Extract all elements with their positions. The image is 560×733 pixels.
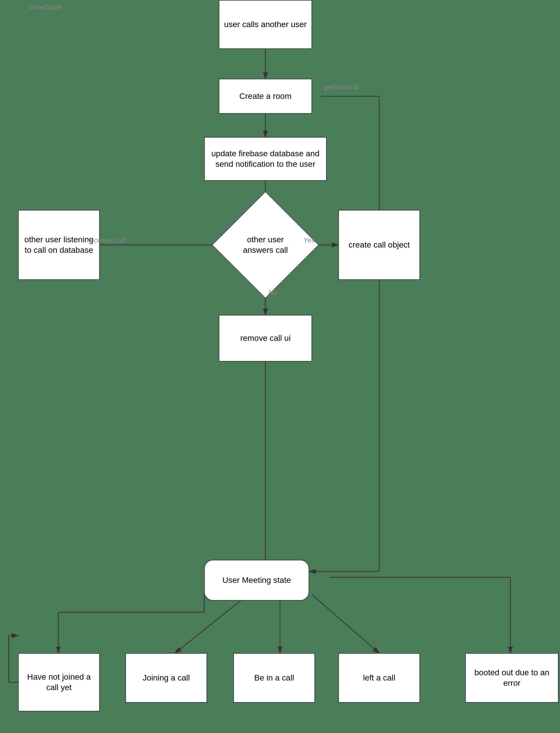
other-user-listening-box: other user listening to call on database [18, 210, 100, 280]
be-in-a-call-box: Be in a call [233, 653, 315, 703]
user-meeting-state-box: User Meeting state [204, 560, 309, 601]
user-calls-box: user calls another user [219, 0, 312, 49]
joining-a-call-box: Joining a call [125, 653, 207, 703]
create-call-object-box: create call object [338, 210, 420, 280]
yes-label: Yes [303, 236, 315, 244]
left-a-call-box: left a call [338, 653, 420, 703]
svg-line-17 [175, 595, 248, 653]
get-roomid-label: getRoomId [324, 83, 358, 91]
have-not-joined-box: Have not joined a call yet [18, 653, 100, 711]
receives-call-label: receivesCall [87, 236, 126, 244]
booted-out-box: booted out due to an error [465, 653, 559, 703]
no-label: No [268, 289, 277, 297]
other-user-answers-diamond: other user answers call [227, 207, 303, 283]
update-firebase-box: update firebase database and send notifi… [204, 137, 327, 181]
diagram-container: InitialState user calls another user Cre… [0, 0, 560, 733]
remove-call-ui-box: remove call ui [219, 315, 312, 362]
initial-state-label: InitialState [29, 3, 62, 11]
create-room-box: Create a room [219, 79, 312, 114]
svg-line-19 [312, 595, 379, 653]
